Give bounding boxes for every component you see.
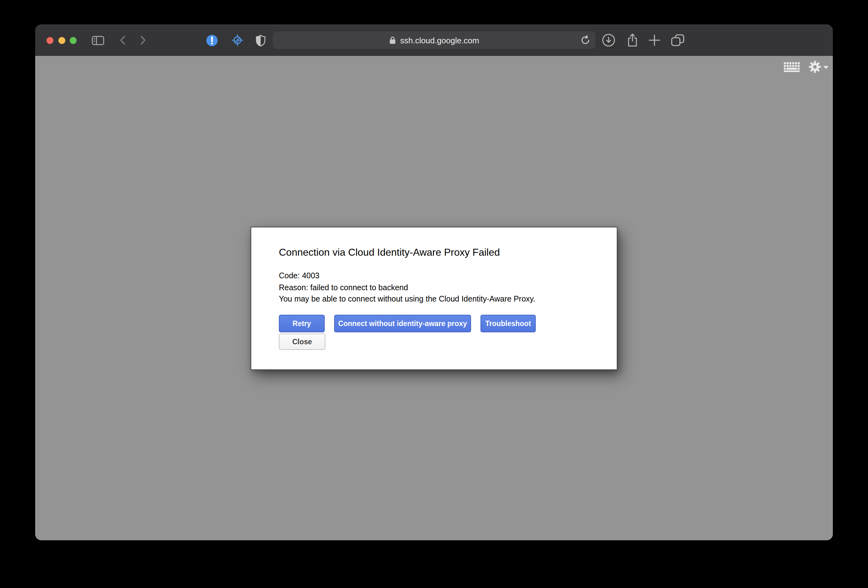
traffic-lights [46, 37, 77, 44]
alert-extension-icon [206, 34, 218, 46]
retry-button[interactable]: Retry [279, 315, 325, 332]
plus-icon [648, 34, 660, 46]
dialog-button-row: Retry Connect without identity-aware pro… [279, 315, 589, 332]
lock-icon [389, 36, 396, 44]
ssh-settings-button[interactable] [808, 60, 828, 74]
target-extension-icon [231, 34, 244, 46]
connect-without-proxy-button[interactable]: Connect without identity-aware proxy [334, 315, 471, 332]
error-hint-line: You may be able to connect without using… [279, 293, 589, 305]
error-code-line: Code: 4003 [279, 270, 589, 282]
url-text: ssh.cloud.google.com [400, 35, 479, 45]
tab-overview-icon [670, 34, 684, 46]
privacy-shield-button[interactable] [255, 34, 266, 46]
browser-toolbar: ssh.cloud.google.com [35, 25, 833, 56]
zoom-window-button[interactable] [70, 37, 77, 44]
sidebar-icon [92, 35, 104, 45]
desktop: ssh.cloud.google.com [0, 0, 868, 588]
back-button[interactable] [119, 35, 126, 45]
download-icon [602, 33, 616, 47]
tab-overview-button[interactable] [670, 34, 684, 46]
ssh-keyboard-button[interactable] [784, 62, 800, 72]
minimize-window-button[interactable] [58, 37, 65, 44]
close-button[interactable]: Close [279, 333, 325, 350]
alert-extension-button[interactable] [206, 34, 218, 46]
shield-icon [255, 34, 266, 46]
share-button[interactable] [626, 33, 638, 48]
address-bar[interactable]: ssh.cloud.google.com [273, 31, 595, 49]
keyboard-icon [784, 62, 800, 72]
close-window-button[interactable] [46, 37, 53, 44]
web-page-content: Connection via Cloud Identity-Aware Prox… [35, 56, 833, 540]
settings-gear-icon [808, 60, 822, 74]
new-tab-button[interactable] [648, 34, 660, 46]
reload-button[interactable] [580, 35, 590, 45]
dialog-title: Connection via Cloud Identity-Aware Prox… [279, 246, 589, 258]
downloads-button[interactable] [602, 33, 616, 47]
dialog-body: Code: 4003 Reason: failed to connect to … [279, 270, 589, 305]
target-extension-button[interactable] [231, 34, 244, 46]
forward-icon [139, 35, 147, 45]
share-icon [626, 33, 638, 48]
connection-failed-dialog: Connection via Cloud Identity-Aware Prox… [251, 227, 617, 370]
troubleshoot-button[interactable]: Troubleshoot [480, 315, 536, 332]
browser-window: ssh.cloud.google.com [35, 25, 833, 540]
sidebar-toggle-button[interactable] [92, 35, 104, 45]
error-reason-line: Reason: failed to connect to backend [279, 282, 589, 293]
caret-down-icon [824, 66, 828, 69]
back-icon [119, 35, 126, 45]
forward-button[interactable] [139, 35, 147, 45]
